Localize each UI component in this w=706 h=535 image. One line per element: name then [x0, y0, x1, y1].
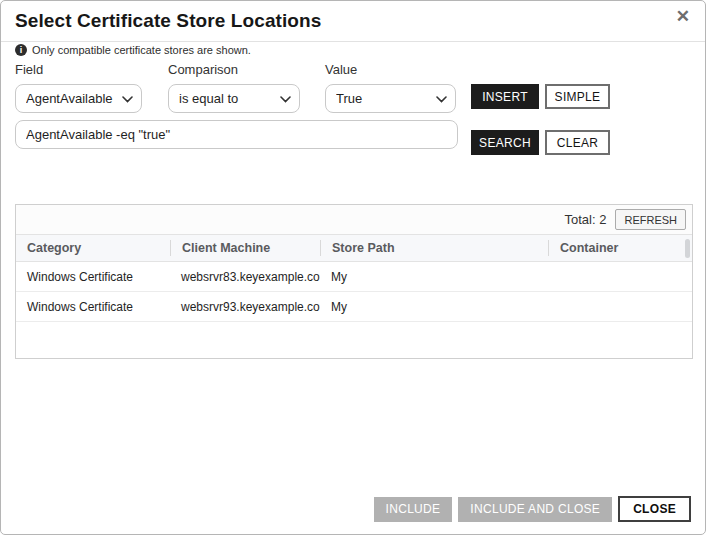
comparison-label: Comparison: [168, 62, 238, 77]
simple-button[interactable]: SIMPLE: [545, 84, 610, 109]
filter-section: i Only compatible certificate stores are…: [1, 42, 705, 190]
close-button[interactable]: CLOSE: [618, 496, 691, 522]
column-header-category[interactable]: Category: [16, 240, 170, 256]
value-select-wrap: True: [325, 84, 456, 113]
table-row[interactable]: Windows Certificate websrvr93.keyexample…: [16, 292, 692, 322]
include-and-close-button[interactable]: INCLUDE AND CLOSE: [458, 497, 612, 522]
cell-client-machine: websrvr83.keyexample.com: [170, 270, 320, 284]
value-select[interactable]: True: [325, 84, 456, 113]
info-icon: i: [15, 44, 27, 56]
table-row[interactable]: Windows Certificate websrvr83.keyexample…: [16, 262, 692, 292]
table-toolbar: Total: 2 REFRESH: [16, 205, 692, 235]
cell-category: Windows Certificate: [16, 270, 170, 284]
table-scrollbar-thumb[interactable]: [685, 239, 690, 258]
select-certificate-store-locations-dialog: Select Certificate Store Locations ✕ i O…: [0, 0, 706, 535]
column-header-store-path[interactable]: Store Path: [320, 240, 548, 256]
refresh-button[interactable]: REFRESH: [615, 209, 686, 230]
query-input[interactable]: [15, 120, 458, 149]
dialog-footer: INCLUDE INCLUDE AND CLOSE CLOSE: [374, 496, 691, 522]
cell-store-path: My: [320, 270, 548, 284]
field-select[interactable]: AgentAvailable: [15, 84, 142, 113]
dialog-title: Select Certificate Store Locations: [15, 10, 691, 32]
insert-button[interactable]: INSERT: [471, 84, 539, 109]
clear-button[interactable]: CLEAR: [545, 130, 610, 155]
cell-category: Windows Certificate: [16, 300, 170, 314]
compatibility-notice: i Only compatible certificate stores are…: [15, 44, 251, 56]
comparison-select-wrap: is equal to: [168, 84, 300, 113]
include-button[interactable]: INCLUDE: [374, 497, 453, 522]
field-label: Field: [15, 62, 43, 77]
search-button[interactable]: SEARCH: [471, 130, 539, 155]
close-icon[interactable]: ✕: [676, 8, 690, 25]
dialog-header: Select Certificate Store Locations ✕: [1, 1, 705, 42]
value-label: Value: [325, 62, 357, 77]
comparison-select[interactable]: is equal to: [168, 84, 300, 113]
notice-text: Only compatible certificate stores are s…: [32, 44, 251, 56]
column-header-container[interactable]: Container: [548, 240, 688, 256]
total-count: Total: 2: [565, 212, 607, 227]
cell-store-path: My: [320, 300, 548, 314]
field-select-wrap: AgentAvailable: [15, 84, 142, 113]
results-table: Total: 2 REFRESH Category Client Machine…: [15, 204, 693, 359]
cell-client-machine: websrvr93.keyexample.com: [170, 300, 320, 314]
column-header-client-machine[interactable]: Client Machine: [170, 240, 320, 256]
table-header-row: Category Client Machine Store Path Conta…: [16, 235, 692, 262]
